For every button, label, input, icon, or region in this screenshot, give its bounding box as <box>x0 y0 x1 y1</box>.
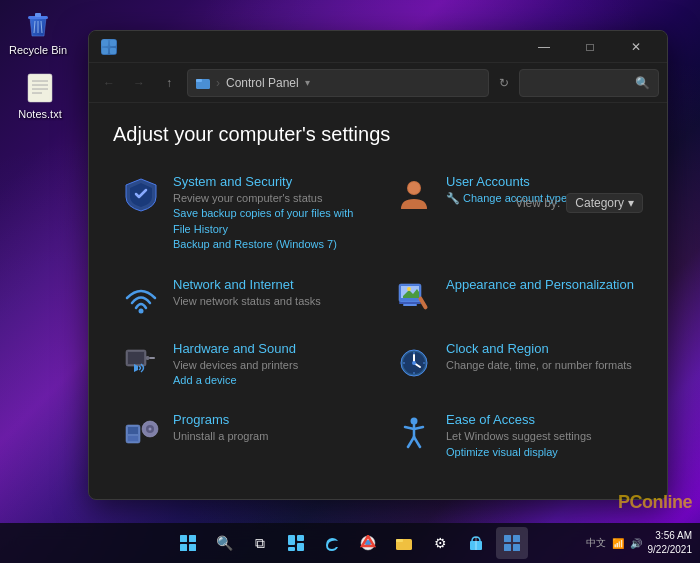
user-accounts-title[interactable]: User Accounts <box>446 174 635 189</box>
hardware-link1[interactable]: Add a device <box>173 373 362 388</box>
settings-button[interactable]: ⚙ <box>424 527 456 559</box>
svg-rect-67 <box>513 544 520 551</box>
taskbar: 🔍 ⧉ <box>0 523 700 563</box>
svg-rect-10 <box>102 40 108 46</box>
control-panel-taskbar-button[interactable] <box>496 527 528 559</box>
svg-rect-51 <box>189 535 196 542</box>
chrome-button[interactable] <box>352 527 384 559</box>
recycle-bin-icon <box>22 8 54 40</box>
network-text: Network and Internet View network status… <box>173 277 362 309</box>
system-security-sub: Review your computer's status Save backu… <box>173 191 362 253</box>
system-security-title[interactable]: System and Security <box>173 174 362 189</box>
svg-rect-66 <box>504 544 511 551</box>
control-panel-window: — □ ✕ ← → ↑ › Control Panel ▾ ↻ <box>88 30 668 500</box>
setting-hardware[interactable]: Hardware and Sound View devices and prin… <box>113 333 370 397</box>
system-security-link2[interactable]: Backup and Restore (Windows 7) <box>173 237 362 252</box>
watermark: PConline <box>618 492 692 513</box>
address-box[interactable]: › Control Panel ▾ <box>187 69 489 97</box>
programs-icon <box>121 412 161 452</box>
store-icon <box>468 535 484 551</box>
titlebar-controls: — □ ✕ <box>521 31 659 63</box>
up-button[interactable]: ↑ <box>157 71 181 95</box>
clock-sub: Change date, time, or number formats <box>446 358 635 373</box>
addressbar: ← → ↑ › Control Panel ▾ ↻ 🔍 <box>89 63 667 103</box>
svg-rect-23 <box>399 302 421 304</box>
svg-rect-50 <box>180 535 187 542</box>
setting-ease-access[interactable]: Ease of Access Let Windows suggest setti… <box>386 404 643 468</box>
store-button[interactable] <box>460 527 492 559</box>
setting-network[interactable]: Network and Internet View network status… <box>113 269 370 325</box>
svg-rect-40 <box>128 436 138 441</box>
search-box[interactable]: 🔍 <box>519 69 659 97</box>
system-clock[interactable]: 3:56 AM 9/22/2021 <box>648 529 693 557</box>
network-sub: View network status and tasks <box>173 294 362 309</box>
refresh-button[interactable]: ↻ <box>495 72 513 94</box>
setting-clock[interactable]: Clock and Region Change date, time, or n… <box>386 333 643 397</box>
minimize-button[interactable]: — <box>521 31 567 63</box>
notes-icon <box>24 72 56 104</box>
forward-button[interactable]: → <box>127 71 151 95</box>
taskbar-search-button[interactable]: 🔍 <box>208 527 240 559</box>
svg-rect-56 <box>297 543 304 551</box>
svg-line-46 <box>405 427 414 429</box>
programs-title[interactable]: Programs <box>173 412 362 427</box>
start-button[interactable] <box>172 527 204 559</box>
system-security-text: System and Security Review your computer… <box>173 174 362 253</box>
hardware-text: Hardware and Sound View devices and prin… <box>173 341 362 389</box>
explorer-button[interactable] <box>388 527 420 559</box>
titlebar: — □ ✕ <box>89 31 667 63</box>
svg-rect-13 <box>110 48 116 54</box>
desktop-icon-recycle-bin[interactable]: Recycle Bin <box>8 8 68 56</box>
desktop-icon-notes[interactable]: Notes.txt <box>10 72 70 120</box>
taskview-button[interactable]: ⧉ <box>244 527 276 559</box>
setting-programs[interactable]: Programs Uninstall a program <box>113 404 370 468</box>
clock-date: 9/22/2021 <box>648 543 693 557</box>
system-security-link1[interactable]: Save backup copies of your files with Fi… <box>173 206 362 237</box>
appearance-title[interactable]: Appearance and Personalization <box>446 277 635 292</box>
svg-rect-54 <box>288 535 295 545</box>
svg-point-33 <box>412 361 416 365</box>
view-by-container: View by: Category ▾ <box>515 193 643 213</box>
close-button[interactable]: ✕ <box>613 31 659 63</box>
clock-text: Clock and Region Change date, time, or n… <box>446 341 635 373</box>
hardware-title[interactable]: Hardware and Sound <box>173 341 362 356</box>
svg-point-18 <box>139 308 144 313</box>
view-by-dropdown[interactable]: Category ▾ <box>566 193 643 213</box>
edge-button[interactable] <box>316 527 348 559</box>
search-input[interactable] <box>528 76 631 90</box>
svg-rect-52 <box>180 544 187 551</box>
hardware-icon <box>121 341 161 381</box>
setting-system-security[interactable]: System and Security Review your computer… <box>113 166 370 261</box>
desktop: Recycle Bin Notes.txt <box>0 0 700 563</box>
recycle-bin-label: Recycle Bin <box>9 44 67 56</box>
setting-appearance[interactable]: Appearance and Personalization <box>386 269 643 325</box>
titlebar-left <box>101 39 117 55</box>
watermark-text1: PC <box>618 492 642 512</box>
setting-user-accounts[interactable]: User Accounts 🔧 Change account type <box>386 166 643 261</box>
hardware-sub: View devices and printers Add a device <box>173 358 362 389</box>
network-tray-icon: 📶 <box>612 538 624 549</box>
start-icon <box>180 535 196 551</box>
svg-rect-1 <box>35 13 41 17</box>
ease-access-title[interactable]: Ease of Access <box>446 412 635 427</box>
chevron-down-icon: ▾ <box>628 196 634 210</box>
svg-rect-61 <box>396 539 403 542</box>
ease-access-link1[interactable]: Optimize visual display <box>446 445 635 460</box>
watermark-text2: online <box>642 492 692 512</box>
widgets-icon <box>288 535 304 551</box>
clock-title[interactable]: Clock and Region <box>446 341 635 356</box>
widgets-button[interactable] <box>280 527 312 559</box>
svg-point-43 <box>149 428 152 431</box>
svg-rect-57 <box>288 547 295 551</box>
svg-point-21 <box>407 287 411 291</box>
edge-icon <box>324 535 340 551</box>
chrome-icon <box>360 535 376 551</box>
network-icon <box>121 277 161 317</box>
svg-rect-55 <box>297 535 304 541</box>
system-security-icon <box>121 174 161 214</box>
back-button[interactable]: ← <box>97 71 121 95</box>
programs-text: Programs Uninstall a program <box>173 412 362 444</box>
network-title[interactable]: Network and Internet <box>173 277 362 292</box>
svg-rect-28 <box>149 357 155 359</box>
maximize-button[interactable]: □ <box>567 31 613 63</box>
